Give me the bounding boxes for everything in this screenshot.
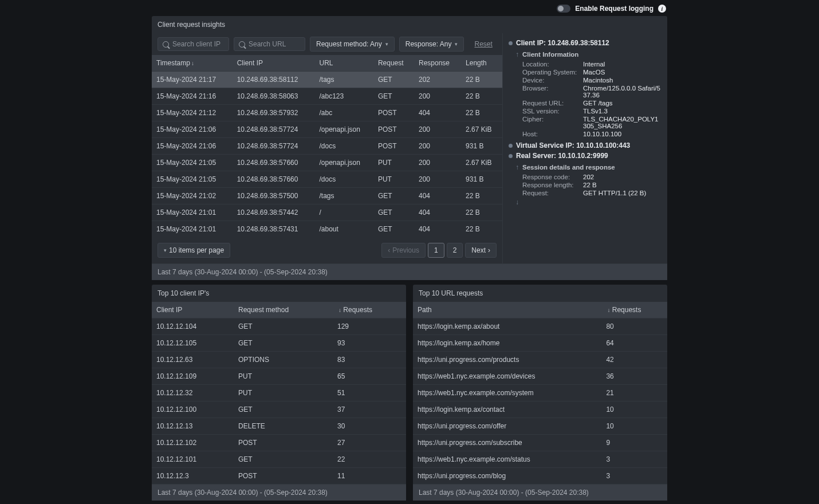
table-row[interactable]: 10.12.12.32PUT51 bbox=[152, 385, 406, 401]
cell-ts: 15-May-2024 21:06 bbox=[152, 138, 233, 155]
cell-ip: 10.248.69.38:57500 bbox=[233, 188, 315, 204]
table-row[interactable]: 15-May-2024 21:0110.248.69.38:57431/abou… bbox=[152, 221, 502, 238]
table-row[interactable]: 10.12.12.3POST11 bbox=[152, 468, 406, 485]
kv-value: 202 bbox=[583, 174, 662, 180]
insights-footer-range: Last 7 days (30-Aug-2024 00:00) - (05-Se… bbox=[152, 263, 667, 280]
table-row[interactable]: 15-May-2024 21:1610.248.69.38:58063/abc1… bbox=[152, 88, 502, 105]
table-row[interactable]: https://web1.nyc.example.com/status3 bbox=[413, 451, 667, 468]
col-length[interactable]: Length bbox=[461, 55, 502, 72]
table-row[interactable]: https://login.kemp.ax/contact10 bbox=[413, 401, 667, 418]
next-page-button[interactable]: Next › bbox=[465, 243, 497, 258]
col-url[interactable]: URL bbox=[315, 55, 373, 72]
prev-page-button[interactable]: ‹ Previous bbox=[381, 243, 426, 258]
cell-resp: 404 bbox=[414, 221, 461, 238]
table-row[interactable]: https://uni.progress.com/subscribe9 bbox=[413, 435, 667, 451]
col-response[interactable]: Response bbox=[414, 55, 461, 72]
col-requests[interactable]: ↓ Requests bbox=[333, 302, 406, 318]
prev-label: Previous bbox=[392, 246, 419, 254]
cell-path: https://uni.progress.com/offer bbox=[413, 418, 601, 435]
top-urls-panel: Top 10 URL requests Path ↓ Requests http… bbox=[413, 285, 667, 501]
sort-desc-icon: ↓ bbox=[607, 307, 610, 313]
cell-ts: 15-May-2024 21:06 bbox=[152, 121, 233, 138]
arrow-down-icon: ↓ bbox=[515, 198, 662, 206]
kv-key: SSL version: bbox=[522, 108, 578, 115]
info-icon[interactable]: i bbox=[658, 5, 666, 13]
table-row[interactable]: 15-May-2024 21:0110.248.69.38:57442/GET4… bbox=[152, 204, 502, 221]
cell-ts: 15-May-2024 21:01 bbox=[152, 221, 233, 238]
bullet-icon bbox=[509, 154, 513, 158]
search-url-input[interactable] bbox=[249, 40, 300, 48]
col-timestamp[interactable]: Timestamp↓ bbox=[152, 55, 233, 72]
cell-reqs: 10 bbox=[601, 401, 667, 418]
kv-key: Location: bbox=[522, 61, 578, 68]
table-row[interactable]: 15-May-2024 21:0210.248.69.38:57500/tags… bbox=[152, 188, 502, 204]
table-row[interactable]: 10.12.12.101GET22 bbox=[152, 451, 406, 468]
cell-ts: 15-May-2024 21:17 bbox=[152, 72, 233, 88]
pagination: ▾ 10 items per page ‹ Previous 1 2 Next … bbox=[152, 237, 502, 263]
col-requests[interactable]: ↓ Requests bbox=[601, 302, 667, 318]
page-2-button[interactable]: 2 bbox=[447, 243, 463, 258]
table-row[interactable]: 10.12.12.102POST27 bbox=[152, 435, 406, 451]
top-urls-footer: Last 7 days (30-Aug-2024 00:00) - (05-Se… bbox=[413, 484, 667, 501]
cell-ip: 10.248.69.38:57724 bbox=[233, 121, 315, 138]
cell-len: 931 B bbox=[461, 138, 502, 155]
top-urls-title: Top 10 URL requests bbox=[413, 285, 667, 302]
kv-value: TLSv1.3 bbox=[583, 108, 662, 115]
table-row[interactable]: 15-May-2024 21:0510.248.69.38:57660/open… bbox=[152, 155, 502, 171]
next-label: Next bbox=[471, 246, 486, 254]
table-row[interactable]: https://login.kemp.ax/home64 bbox=[413, 335, 667, 352]
cell-method: PUT bbox=[234, 368, 333, 385]
cell-ip: 10.248.69.38:57442 bbox=[233, 204, 315, 221]
table-row[interactable]: 10.12.12.105GET93 bbox=[152, 335, 406, 352]
chevron-down-icon: ▾ bbox=[164, 247, 167, 253]
kv-key: Response length: bbox=[522, 182, 578, 188]
response-dropdown[interactable]: Response: Any ▾ bbox=[399, 37, 464, 52]
kv-row: Location:Internal bbox=[522, 60, 662, 68]
cell-reqs: 80 bbox=[601, 318, 667, 335]
table-row[interactable]: 10.12.12.100GET37 bbox=[152, 401, 406, 418]
table-row[interactable]: https://uni.progress.com/blog3 bbox=[413, 468, 667, 485]
table-row[interactable]: https://web1.nyc.example.com/devices36 bbox=[413, 368, 667, 385]
cell-req: PUT bbox=[373, 171, 414, 188]
table-row[interactable]: 10.12.12.109PUT65 bbox=[152, 368, 406, 385]
search-url[interactable] bbox=[234, 37, 305, 51]
request-method-dropdown[interactable]: Request method: Any ▾ bbox=[310, 37, 395, 52]
reset-link[interactable]: Reset bbox=[474, 40, 492, 48]
table-row[interactable]: 10.12.12.63OPTIONS83 bbox=[152, 352, 406, 368]
cell-resp: 200 bbox=[414, 88, 461, 105]
top-bar: Enable Request logging i bbox=[152, 2, 667, 16]
cell-req: GET bbox=[373, 221, 414, 238]
col-client-ip[interactable]: Client IP bbox=[233, 55, 315, 72]
table-row[interactable]: 15-May-2024 21:0510.248.69.38:57660/docs… bbox=[152, 171, 502, 188]
cell-path: https://login.kemp.ax/about bbox=[413, 318, 601, 335]
table-row[interactable]: 15-May-2024 21:1210.248.69.38:57932/abcP… bbox=[152, 105, 502, 121]
cell-method: GET bbox=[234, 335, 333, 352]
table-row[interactable]: https://uni.progress.com/products42 bbox=[413, 352, 667, 368]
cell-reqs: 30 bbox=[333, 418, 406, 435]
table-row[interactable]: 10.12.12.13DELETE30 bbox=[152, 418, 406, 435]
col-method[interactable]: Request method bbox=[234, 302, 333, 318]
search-client-ip[interactable] bbox=[158, 37, 229, 51]
table-row[interactable]: 15-May-2024 21:0610.248.69.38:57724/open… bbox=[152, 121, 502, 138]
detail-vs-header: Virtual Service IP: 10.10.10.100:443 bbox=[509, 141, 662, 149]
col-request[interactable]: Request bbox=[373, 55, 414, 72]
kv-row: Response length:22 B bbox=[522, 181, 662, 189]
search-client-ip-input[interactable] bbox=[172, 40, 224, 48]
cell-url: /tags bbox=[315, 72, 373, 88]
cell-resp: 200 bbox=[414, 138, 461, 155]
page-1-button[interactable]: 1 bbox=[428, 243, 444, 258]
cell-ip: 10.12.12.32 bbox=[152, 385, 234, 401]
cell-reqs: 3 bbox=[601, 468, 667, 485]
table-row[interactable]: https://web1.nyc.example.com/system21 bbox=[413, 385, 667, 401]
cell-ip: 10.12.12.101 bbox=[152, 451, 234, 468]
table-row[interactable]: 15-May-2024 21:1710.248.69.38:58112/tags… bbox=[152, 72, 502, 88]
items-per-page-dropdown[interactable]: ▾ 10 items per page bbox=[158, 243, 230, 258]
table-row[interactable]: 15-May-2024 21:0610.248.69.38:57724/docs… bbox=[152, 138, 502, 155]
table-row[interactable]: 10.12.12.104GET129 bbox=[152, 318, 406, 335]
table-row[interactable]: https://login.kemp.ax/about80 bbox=[413, 318, 667, 335]
col-path[interactable]: Path bbox=[413, 302, 601, 318]
table-row[interactable]: https://uni.progress.com/offer10 bbox=[413, 418, 667, 435]
enable-logging-toggle[interactable] bbox=[557, 5, 570, 13]
response-label: Response: Any bbox=[405, 40, 452, 48]
col-ip[interactable]: Client IP bbox=[152, 302, 234, 318]
